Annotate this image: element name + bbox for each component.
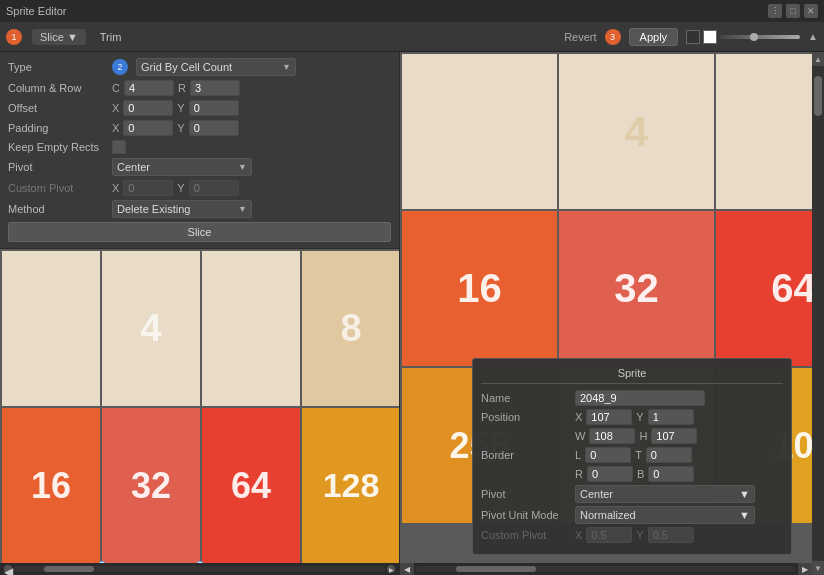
border-l-label: L bbox=[575, 449, 581, 461]
offset-x-input[interactable] bbox=[123, 100, 173, 116]
custom-pivot-x-input[interactable] bbox=[123, 180, 173, 196]
padding-row: Padding X Y bbox=[8, 120, 391, 136]
sprite-info-panel: Sprite Name Position X Y W bbox=[472, 358, 792, 555]
border-b-label: B bbox=[637, 468, 644, 480]
h-scroll-thumb[interactable] bbox=[44, 566, 94, 572]
border-row: Border L T bbox=[481, 447, 783, 463]
sprite-cell-4[interactable]: 16 bbox=[2, 408, 100, 563]
panel-custom-pivot-row: Custom Pivot X Y bbox=[481, 527, 783, 543]
offset-label: Offset bbox=[8, 102, 108, 114]
tab-trim[interactable]: Trim bbox=[92, 29, 130, 45]
pos-y-input[interactable] bbox=[648, 409, 694, 425]
sprite-cell-5[interactable]: 32 bbox=[102, 408, 200, 563]
sprite-cell-7[interactable]: 128 bbox=[302, 408, 399, 563]
position-label: Position bbox=[481, 411, 571, 423]
padding-x-label: X bbox=[112, 122, 119, 134]
border-b-input[interactable] bbox=[648, 466, 694, 482]
v-scroll-track[interactable] bbox=[812, 66, 824, 561]
zoom-slider[interactable] bbox=[720, 35, 800, 39]
pos-w-label: W bbox=[575, 430, 585, 442]
sprite-cell-3[interactable]: 8 bbox=[302, 251, 399, 406]
tab-slice[interactable]: Slice ▼ bbox=[32, 29, 86, 45]
h-scrollbar[interactable]: ◀ ▶ bbox=[0, 563, 399, 575]
scroll-right[interactable]: ▶ bbox=[387, 565, 395, 573]
keep-empty-checkbox[interactable] bbox=[112, 140, 126, 154]
padding-x-input[interactable] bbox=[123, 120, 173, 136]
right-cell-4[interactable]: 16 bbox=[402, 211, 557, 366]
custom-pivot-x-label: X bbox=[112, 182, 119, 194]
close-icon[interactable]: ✕ bbox=[804, 4, 818, 18]
scroll-down-arrow[interactable]: ▼ bbox=[812, 561, 824, 575]
padding-label: Padding bbox=[8, 122, 108, 134]
type-dropdown[interactable]: Grid By Cell Count ▼ bbox=[136, 58, 296, 76]
custom-pivot-y-input[interactable] bbox=[189, 180, 239, 196]
custom-pivot-y-label: Y bbox=[177, 182, 184, 194]
sprite-info-title: Sprite bbox=[481, 367, 783, 384]
pos-w-input[interactable] bbox=[589, 428, 635, 444]
type-row: Type 2 Grid By Cell Count ▼ bbox=[8, 58, 391, 76]
canvas-h-scroll-thumb[interactable] bbox=[456, 566, 536, 572]
sprite-cell-6[interactable]: 64 bbox=[202, 408, 300, 563]
border-t-input[interactable] bbox=[646, 447, 692, 463]
canvas-h-scrollbar[interactable]: ◀ ▶ bbox=[400, 563, 812, 575]
canvas-scroll-left[interactable]: ◀ bbox=[400, 563, 414, 575]
right-cell-6[interactable]: 64 bbox=[716, 211, 812, 366]
name-input[interactable] bbox=[575, 390, 705, 406]
color-square-dark[interactable] bbox=[686, 30, 700, 44]
right-cell-0 bbox=[402, 54, 557, 209]
pivot-dropdown[interactable]: Center ▼ bbox=[112, 158, 252, 176]
r-label: R bbox=[178, 82, 186, 94]
sprite-cell-2 bbox=[202, 251, 300, 406]
color-square-light[interactable] bbox=[703, 30, 717, 44]
main-area: Type 2 Grid By Cell Count ▼ Column & Row… bbox=[0, 52, 824, 575]
border-r-input[interactable] bbox=[587, 466, 633, 482]
method-row: Method Delete Existing ▼ bbox=[8, 200, 391, 218]
pos-h-input[interactable] bbox=[651, 428, 697, 444]
pivot-label: Pivot bbox=[8, 161, 108, 173]
panel-cpivot-y-input[interactable] bbox=[648, 527, 694, 543]
slice-button[interactable]: Slice bbox=[8, 222, 391, 242]
border-r-label: R bbox=[575, 468, 583, 480]
type-label: Type bbox=[8, 61, 108, 73]
scroll-left[interactable]: ◀ bbox=[4, 565, 12, 573]
panel-toggle[interactable]: ▲ bbox=[808, 31, 818, 42]
type-dropdown-arrow: ▼ bbox=[282, 62, 291, 72]
panel-cpivot-x-label: X bbox=[575, 529, 582, 541]
revert-button[interactable]: Revert bbox=[564, 31, 596, 43]
v-scrollbar[interactable]: ▲ ▼ bbox=[812, 52, 824, 575]
menu-icon[interactable]: ⋮ bbox=[768, 4, 782, 18]
pivot-row: Pivot Center ▼ bbox=[8, 158, 391, 176]
padding-y-label: Y bbox=[177, 122, 184, 134]
apply-button[interactable]: Apply bbox=[629, 28, 679, 46]
row-input[interactable] bbox=[190, 80, 240, 96]
slice-panel: Type 2 Grid By Cell Count ▼ Column & Row… bbox=[0, 52, 400, 575]
panel-pivot-label: Pivot bbox=[481, 488, 571, 500]
v-scroll-thumb[interactable] bbox=[814, 76, 822, 116]
maximize-icon[interactable]: □ bbox=[786, 4, 800, 18]
toolbar: 1 Slice ▼ Trim Revert 3 Apply ▲ bbox=[0, 22, 824, 52]
canvas-scroll-right[interactable]: ▶ bbox=[798, 563, 812, 575]
offset-row: Offset X Y bbox=[8, 100, 391, 116]
pos-x-input[interactable] bbox=[586, 409, 632, 425]
keep-empty-label: Keep Empty Rects bbox=[8, 141, 108, 153]
panel-cpivot-x-input[interactable] bbox=[586, 527, 632, 543]
offset-y-input[interactable] bbox=[189, 100, 239, 116]
right-cell-1[interactable]: 4 bbox=[559, 54, 714, 209]
method-label: Method bbox=[8, 203, 108, 215]
right-cell-5[interactable]: 32 bbox=[559, 211, 714, 366]
keep-empty-row: Keep Empty Rects bbox=[8, 140, 391, 154]
pivot-unit-dropdown[interactable]: Normalized ▼ bbox=[575, 506, 755, 524]
panel-custom-pivot-label: Custom Pivot bbox=[481, 529, 571, 541]
padding-y-input[interactable] bbox=[189, 120, 239, 136]
c-label: C bbox=[112, 82, 120, 94]
method-dropdown[interactable]: Delete Existing ▼ bbox=[112, 200, 252, 218]
sprite-cell-1[interactable]: 4 bbox=[102, 251, 200, 406]
panel-pivot-dropdown[interactable]: Center ▼ bbox=[575, 485, 755, 503]
custom-pivot-row: Custom Pivot X Y bbox=[8, 180, 391, 196]
panel-cpivot-y-label: Y bbox=[636, 529, 643, 541]
sprite-cell-0 bbox=[2, 251, 100, 406]
column-row-row: Column & Row C R bbox=[8, 80, 391, 96]
column-input[interactable] bbox=[124, 80, 174, 96]
border-l-input[interactable] bbox=[585, 447, 631, 463]
scroll-up-arrow[interactable]: ▲ bbox=[812, 52, 824, 66]
